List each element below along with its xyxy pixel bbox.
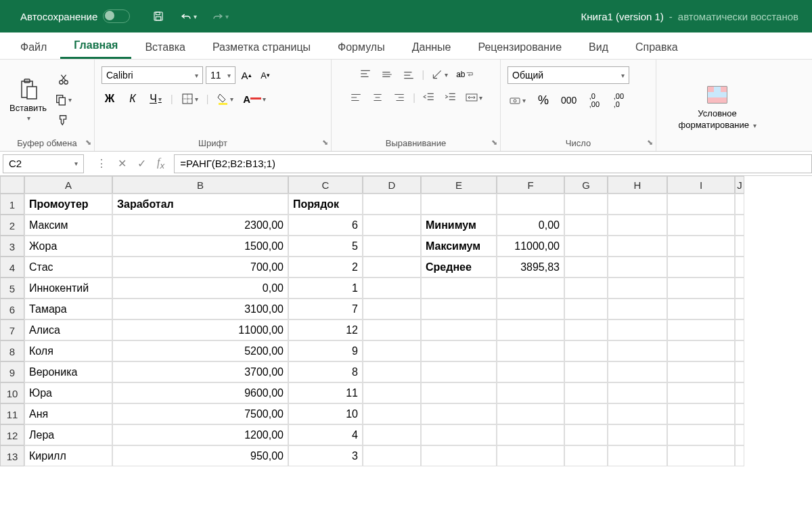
row-header-9[interactable]: 9 xyxy=(0,361,24,382)
cell-stat-label[interactable] xyxy=(421,319,497,340)
cell[interactable] xyxy=(608,215,667,236)
cell-rank[interactable]: 3 xyxy=(288,445,363,466)
align-center-icon[interactable] xyxy=(369,89,386,106)
enter-icon[interactable]: ✓ xyxy=(133,156,150,171)
cell-earned[interactable]: 7500,00 xyxy=(112,403,288,424)
cell[interactable] xyxy=(363,257,421,278)
increase-indent-icon[interactable] xyxy=(443,89,459,106)
cell-stat-label[interactable]: Минимум xyxy=(421,215,497,236)
row-header-10[interactable]: 10 xyxy=(0,382,24,403)
cell[interactable] xyxy=(667,403,735,424)
col-header-F[interactable]: F xyxy=(497,176,564,194)
cell-stat-value[interactable] xyxy=(497,403,564,424)
header-rank[interactable]: Порядок xyxy=(288,194,363,215)
cell-rank[interactable]: 12 xyxy=(288,319,363,340)
cell-stat-value[interactable] xyxy=(497,278,564,298)
cell[interactable] xyxy=(564,194,608,215)
select-all-corner[interactable] xyxy=(0,176,24,194)
align-left-icon[interactable] xyxy=(348,89,364,106)
autosave-toggle[interactable] xyxy=(103,9,130,23)
cell-name[interactable]: Вероника xyxy=(24,361,112,382)
increase-decimal-icon[interactable]: ,0,00 xyxy=(586,91,602,110)
cell-earned[interactable]: 1200,00 xyxy=(112,424,288,445)
cell[interactable] xyxy=(667,340,735,361)
cell-stat-label[interactable] xyxy=(421,382,497,403)
cell[interactable] xyxy=(735,278,744,298)
cell[interactable] xyxy=(735,257,744,278)
row-header-5[interactable]: 5 xyxy=(0,278,24,298)
cell-stat-label[interactable]: Среднее xyxy=(421,257,497,278)
cell[interactable] xyxy=(667,361,735,382)
percent-icon[interactable]: % xyxy=(535,92,551,109)
tab-вид[interactable]: Вид xyxy=(575,36,622,59)
cell[interactable] xyxy=(667,424,735,445)
cell-stat-value[interactable] xyxy=(497,298,564,319)
cell[interactable] xyxy=(363,340,421,361)
tab-рецензирование[interactable]: Рецензирование xyxy=(464,36,575,59)
tab-вставка[interactable]: Вставка xyxy=(131,36,198,59)
cell[interactable] xyxy=(608,424,667,445)
tab-разметка страницы[interactable]: Разметка страницы xyxy=(199,36,324,59)
cell-stat-value[interactable] xyxy=(497,340,564,361)
cell[interactable] xyxy=(497,194,564,215)
align-bottom-icon[interactable] xyxy=(401,66,417,83)
cell-stat-value[interactable]: 11000,00 xyxy=(497,236,564,257)
name-box[interactable]: C2▾ xyxy=(3,154,84,173)
cell-stat-value[interactable] xyxy=(497,361,564,382)
cell[interactable] xyxy=(564,257,608,278)
cell[interactable] xyxy=(735,382,744,403)
row-header-3[interactable]: 3 xyxy=(0,236,24,257)
cell-rank[interactable]: 9 xyxy=(288,340,363,361)
cell[interactable] xyxy=(564,319,608,340)
row-header-1[interactable]: 1 xyxy=(0,194,24,215)
cell[interactable] xyxy=(608,382,667,403)
cell[interactable] xyxy=(667,215,735,236)
cell[interactable] xyxy=(564,215,608,236)
col-header-B[interactable]: B xyxy=(112,176,288,194)
cell[interactable] xyxy=(608,278,667,298)
cell-name[interactable]: Тамара xyxy=(24,298,112,319)
col-header-D[interactable]: D xyxy=(363,176,421,194)
cell-stat-value[interactable]: 3895,83 xyxy=(497,257,564,278)
cell-stat-value[interactable] xyxy=(497,424,564,445)
cell[interactable] xyxy=(363,298,421,319)
underline-button[interactable]: Ч▾ xyxy=(148,91,164,107)
col-header-C[interactable]: C xyxy=(288,176,363,194)
cell-rank[interactable]: 6 xyxy=(288,215,363,236)
cell-earned[interactable]: 2300,00 xyxy=(112,215,288,236)
cell-rank[interactable]: 5 xyxy=(288,236,363,257)
decrease-indent-icon[interactable] xyxy=(421,89,437,106)
cell-stat-value[interactable] xyxy=(497,319,564,340)
cell-earned[interactable]: 3700,00 xyxy=(112,361,288,382)
cell[interactable] xyxy=(564,361,608,382)
font-color-icon[interactable]: А▾ xyxy=(242,91,267,107)
cell-earned[interactable]: 5200,00 xyxy=(112,340,288,361)
cell-name[interactable]: Аня xyxy=(24,403,112,424)
autosave-control[interactable]: Автосохранение xyxy=(20,9,130,23)
cell[interactable] xyxy=(667,445,735,466)
cell[interactable] xyxy=(608,445,667,466)
cell-earned[interactable]: 3100,00 xyxy=(112,298,288,319)
cell-stat-value[interactable] xyxy=(497,382,564,403)
cell[interactable] xyxy=(363,445,421,466)
cell-name[interactable]: Жора xyxy=(24,236,112,257)
tab-данные[interactable]: Данные xyxy=(399,36,465,59)
cell[interactable] xyxy=(667,278,735,298)
cell[interactable] xyxy=(735,424,744,445)
cell-stat-value[interactable]: 0,00 xyxy=(497,215,564,236)
cell-earned[interactable]: 950,00 xyxy=(112,445,288,466)
cell[interactable] xyxy=(735,445,744,466)
cell-name[interactable]: Иннокентий xyxy=(24,278,112,298)
cell[interactable] xyxy=(363,278,421,298)
header-promoter[interactable]: Промоутер xyxy=(24,194,112,215)
row-header-2[interactable]: 2 xyxy=(0,215,24,236)
cell[interactable] xyxy=(735,215,744,236)
col-header-E[interactable]: E xyxy=(421,176,497,194)
cell[interactable] xyxy=(735,236,744,257)
cell[interactable] xyxy=(608,236,667,257)
cell[interactable] xyxy=(363,319,421,340)
formula-input[interactable]: =РАНГ(B2;B2:B13;1) xyxy=(174,154,812,173)
cell-stat-label[interactable] xyxy=(421,278,497,298)
comma-icon[interactable]: 000 xyxy=(560,92,578,108)
cell-rank[interactable]: 2 xyxy=(288,257,363,278)
